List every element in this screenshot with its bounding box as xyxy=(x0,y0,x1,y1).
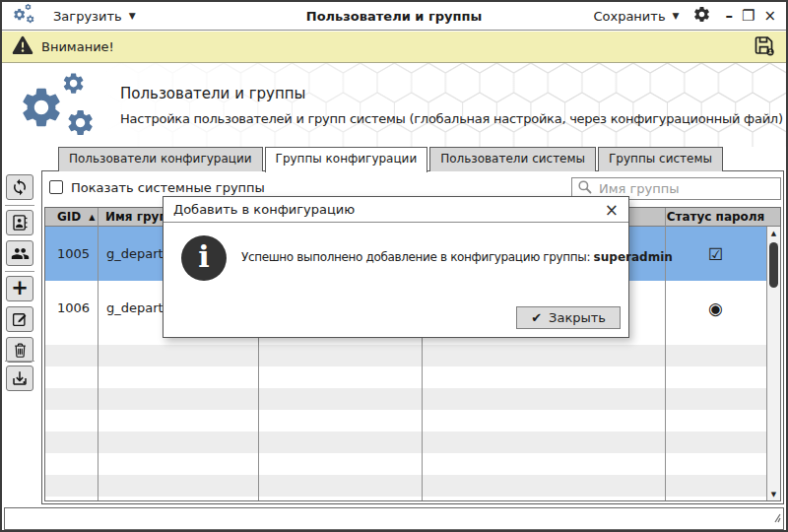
dialog-close-icon[interactable]: × xyxy=(605,200,619,220)
page-title: Пользователи и группы xyxy=(120,85,305,102)
scroll-down-button[interactable]: ▼ xyxy=(767,488,780,500)
show-system-groups-checkbox[interactable] xyxy=(49,180,63,194)
tab-system-users[interactable]: Пользователи системы xyxy=(429,147,596,171)
show-system-groups-label: Показать системные группы xyxy=(71,180,265,195)
column-header-label: GID xyxy=(57,210,81,224)
password-status-checked-icon: ☑ xyxy=(665,227,766,281)
save-menu-button[interactable]: Сохранить ▼ xyxy=(593,9,679,24)
info-glyph: i xyxy=(198,242,209,272)
toolbar-separator xyxy=(5,205,34,206)
scroll-up-button[interactable]: ▲ xyxy=(767,227,780,239)
app-gears-icon xyxy=(12,3,37,29)
check-icon: ✔ xyxy=(531,310,542,325)
chevron-down-icon: ▼ xyxy=(673,11,680,21)
dialog-body: i Успешно выполнено добавление в конфигу… xyxy=(164,223,628,338)
edit-button[interactable] xyxy=(6,306,33,332)
info-icon: i xyxy=(181,235,227,281)
minimize-button[interactable]: – xyxy=(725,9,733,24)
group-search-input[interactable] xyxy=(597,180,775,197)
refresh-button[interactable] xyxy=(6,174,33,200)
status-bar xyxy=(4,507,784,530)
tab-config-groups[interactable]: Группы конфигурации xyxy=(265,147,428,172)
titlebar: Пользователи и группы Загрузить ▼ Сохран… xyxy=(2,2,786,31)
add-button[interactable]: + xyxy=(6,276,33,301)
settings-gear-icon[interactable] xyxy=(692,5,711,28)
page-subtitle: Настройка пользователей и групп системы … xyxy=(120,111,783,126)
import-button[interactable] xyxy=(6,366,33,391)
tab-config-users[interactable]: Пользователи конфигурации xyxy=(58,147,263,171)
users-groups-logo-gears-icon xyxy=(16,71,98,144)
chevron-down-icon: ▼ xyxy=(129,11,136,21)
warning-triangle-icon xyxy=(12,35,33,59)
column-header-password-status[interactable]: Статус пароля xyxy=(665,208,766,226)
dialog-message: Успешно выполнено добавление в конфигура… xyxy=(241,250,673,264)
pattern-fade xyxy=(2,63,786,147)
tab-system-groups[interactable]: Группы системы xyxy=(598,147,723,171)
load-menu-label: Загрузить xyxy=(53,9,122,24)
load-menu-button[interactable]: Загрузить ▼ xyxy=(53,9,136,24)
save-menu-label: Сохранить xyxy=(593,9,665,24)
dialog-close-button[interactable]: ✔ Закрыть xyxy=(516,306,621,329)
column-header-gid[interactable]: GID ▲ xyxy=(45,208,98,226)
tab-bar: Пользователи конфигурации Группы конфигу… xyxy=(58,147,725,172)
maximize-button[interactable]: ❐ xyxy=(742,9,755,24)
vertical-scrollbar[interactable]: ▲ ▼ xyxy=(766,227,780,500)
delete-button[interactable] xyxy=(6,337,33,363)
add-to-config-dialog: Добавить в конфигурацию × i Успешно выпо… xyxy=(163,196,629,338)
close-window-button[interactable]: × xyxy=(763,9,776,24)
cell-gid: 1006 xyxy=(45,281,98,335)
dialog-message-text: Успешно выполнено добавление в конфигура… xyxy=(241,250,594,264)
warning-bar: Внимание! xyxy=(2,32,786,63)
toolbar-separator xyxy=(5,361,34,362)
warning-text: Внимание! xyxy=(41,39,114,54)
app-window: Пользователи и группы Загрузить ▼ Сохран… xyxy=(0,0,788,532)
dialog-titlebar: Добавить в конфигурацию × xyxy=(164,197,628,223)
resize-grip[interactable] xyxy=(768,508,781,527)
empty-rows-stripes xyxy=(45,345,766,500)
address-book-button[interactable] xyxy=(6,210,33,235)
groups-button[interactable] xyxy=(6,240,33,266)
save-user-config-icon[interactable] xyxy=(752,33,776,61)
dialog-title: Добавить в конфигурацию xyxy=(173,202,355,217)
dialog-message-group-name: superadmin xyxy=(594,250,673,264)
cell-gid: 1005 xyxy=(45,227,98,281)
password-status-radio-icon: ◉ xyxy=(665,281,766,335)
scrollbar-thumb[interactable] xyxy=(769,242,778,288)
sort-asc-icon: ▲ xyxy=(89,213,95,222)
plus-icon: + xyxy=(11,278,29,299)
column-header-label: Статус пароля xyxy=(667,210,765,224)
dialog-close-button-label: Закрыть xyxy=(549,310,606,325)
page-header: Пользователи и группы Настройка пользова… xyxy=(2,63,786,147)
toolbar-separator xyxy=(5,271,34,272)
